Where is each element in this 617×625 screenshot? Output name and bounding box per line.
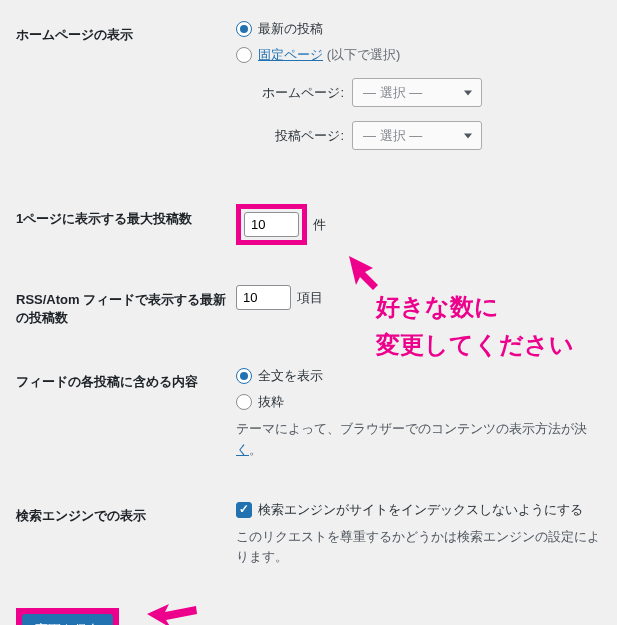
posts-page-sub-label: 投稿ページ: — [260, 127, 344, 145]
feed-content-label: フィードの各投稿に含める内容 — [16, 367, 236, 391]
static-page-radio[interactable] — [236, 47, 252, 63]
rss-count-row: RSS/Atom フィードで表示する最新の投稿数 項目 — [16, 285, 601, 327]
search-engine-desc: このリクエストを尊重するかどうかは検索エンジンの設定によります。 — [236, 527, 601, 569]
search-engine-content: 検索エンジンがサイトをインデックスしないようにする このリクエストを尊重するかど… — [236, 501, 601, 569]
posts-page-select[interactable]: — 選択 — — [352, 121, 482, 150]
posts-per-page-highlight — [236, 204, 307, 245]
rss-count-input[interactable] — [236, 285, 291, 310]
latest-posts-radio[interactable] — [236, 21, 252, 37]
fulltext-radio[interactable] — [236, 368, 252, 384]
latest-posts-label: 最新の投稿 — [258, 20, 323, 38]
feed-description: テーマによって、ブラウザーでのコンテンツの表示方法が決 く。 — [236, 419, 601, 461]
summary-radio[interactable] — [236, 394, 252, 410]
rss-count-content: 項目 — [236, 285, 601, 310]
radio-item-static[interactable]: 固定ページ (以下で選択) — [236, 46, 601, 64]
submit-highlight: 変更を保存 — [16, 608, 119, 625]
save-button[interactable]: 変更を保存 — [22, 614, 113, 625]
posts-per-page-unit: 件 — [313, 216, 326, 234]
homepage-display-label: ホームページの表示 — [16, 20, 236, 44]
search-engine-label: 検索エンジンでの表示 — [16, 501, 236, 525]
homepage-select[interactable]: — 選択 — — [352, 78, 482, 107]
posts-per-page-row: 1ページに表示する最大投稿数 件 — [16, 204, 601, 245]
posts-per-page-content: 件 — [236, 204, 601, 245]
search-engine-checkbox-label: 検索エンジンがサイトをインデックスしないようにする — [258, 501, 583, 519]
homepage-sub-label: ホームページ: — [260, 84, 344, 102]
static-page-suffix: (以下で選択) — [327, 47, 401, 62]
search-engine-checkbox-item[interactable]: 検索エンジンがサイトをインデックスしないようにする — [236, 501, 601, 519]
homepage-display-content: 最新の投稿 固定ページ (以下で選択) ホームページ: — 選択 — — [236, 20, 601, 164]
radio-item-fulltext[interactable]: 全文を表示 — [236, 367, 601, 385]
search-engine-row: 検索エンジンでの表示 検索エンジンがサイトをインデックスしないようにする このリ… — [16, 501, 601, 569]
posts-page-select-wrap: — 選択 — — [352, 121, 482, 150]
static-page-link[interactable]: 固定ページ — [258, 47, 323, 62]
homepage-select-wrap: — 選択 — — [352, 78, 482, 107]
feed-content-content: 全文を表示 抜粋 テーマによって、ブラウザーでのコンテンツの表示方法が決 く。 — [236, 367, 601, 461]
homepage-display-row: ホームページの表示 最新の投稿 固定ページ (以下で選択) ホームページ: — [16, 20, 601, 164]
posts-page-select-row: 投稿ページ: — 選択 — — [236, 121, 601, 150]
radio-item-summary[interactable]: 抜粋 — [236, 393, 601, 411]
feed-desc-link[interactable]: く — [236, 442, 249, 457]
homepage-radio-group: 最新の投稿 固定ページ (以下で選択) — [236, 20, 601, 64]
feed-content-row: フィードの各投稿に含める内容 全文を表示 抜粋 テーマによって、ブラウザーでのコ… — [16, 367, 601, 461]
homepage-select-row: ホームページ: — 選択 — — [236, 78, 601, 107]
rss-count-label: RSS/Atom フィードで表示する最新の投稿数 — [16, 285, 236, 327]
posts-per-page-input[interactable] — [244, 212, 299, 237]
search-engine-checkbox[interactable] — [236, 502, 252, 518]
radio-item-latest[interactable]: 最新の投稿 — [236, 20, 601, 38]
submit-wrap: 変更を保存 — [16, 608, 601, 625]
fulltext-label: 全文を表示 — [258, 367, 323, 385]
summary-label: 抜粋 — [258, 393, 284, 411]
rss-count-unit: 項目 — [297, 289, 323, 307]
posts-per-page-label: 1ページに表示する最大投稿数 — [16, 204, 236, 228]
